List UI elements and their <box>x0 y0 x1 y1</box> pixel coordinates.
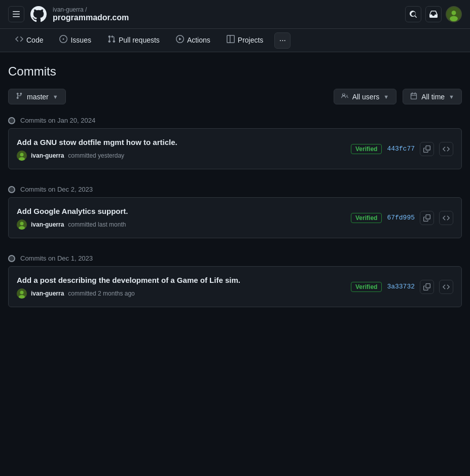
date-header: Commits on Dec 2, 2023 <box>8 181 462 197</box>
users-icon <box>341 92 348 101</box>
branch-icon <box>16 92 23 101</box>
repo-name[interactable]: programmador.com <box>53 13 399 22</box>
branch-chevron: ▼ <box>53 94 58 100</box>
browse-files-button[interactable] <box>439 211 453 225</box>
search-button[interactable] <box>405 6 421 22</box>
tab-pullrequests-label: Pull requests <box>119 36 160 44</box>
svg-point-4 <box>20 153 24 157</box>
copy-hash-button[interactable] <box>420 142 434 156</box>
commit-time: committed last month <box>68 221 126 228</box>
repo-nav: Code Issues Pull requests Actions <box>0 29 470 52</box>
tab-code[interactable]: Code <box>8 29 50 52</box>
commit-avatar <box>17 219 27 230</box>
section-gap <box>8 238 462 250</box>
time-filter[interactable]: All time ▼ <box>403 89 462 104</box>
date-dot <box>8 117 15 124</box>
commit-groups: Commits on Jan 20, 2024 Add a GNU stow d… <box>8 113 462 307</box>
projects-icon <box>227 35 235 45</box>
avatar[interactable] <box>446 6 462 22</box>
commit-author[interactable]: ivan-guerra <box>31 152 64 159</box>
repo-owner[interactable]: ivan-guerra / <box>53 6 399 13</box>
branch-label: master <box>27 93 49 101</box>
code-icon <box>15 35 23 45</box>
tab-projects[interactable]: Projects <box>220 29 271 52</box>
tab-code-label: Code <box>26 36 43 44</box>
commit-card: Add Google Analytics support. ivan-guerr… <box>8 197 462 238</box>
more-tabs-button[interactable]: ··· <box>274 32 291 49</box>
tab-actions-label: Actions <box>187 36 210 44</box>
commit-avatar <box>17 151 27 161</box>
tab-issues-label: Issues <box>70 36 91 44</box>
date-label: Commits on Jan 20, 2024 <box>20 117 95 124</box>
top-nav: ivan-guerra / programmador.com <box>0 0 470 29</box>
svg-point-2 <box>450 16 458 22</box>
commit-left: Add Google Analytics support. ivan-guerr… <box>17 206 345 230</box>
svg-point-7 <box>20 222 24 226</box>
section-gap <box>8 169 462 181</box>
commit-hash[interactable]: 3a33732 <box>387 283 415 290</box>
commit-card: Add a post describing the development of… <box>8 266 462 307</box>
commit-time: committed 2 months ago <box>68 290 134 297</box>
time-chevron: ▼ <box>449 94 454 100</box>
commit-hash[interactable]: 443fc77 <box>387 145 415 153</box>
commit-message[interactable]: Add Google Analytics support. <box>17 206 345 216</box>
users-chevron: ▼ <box>383 94 389 100</box>
tab-pullrequests[interactable]: Pull requests <box>100 29 167 52</box>
nav-right-icons <box>405 6 462 22</box>
users-filter[interactable]: All users ▼ <box>334 89 397 104</box>
page-title: Commits <box>8 64 462 79</box>
branch-selector[interactable]: master ▼ <box>8 89 66 104</box>
commit-left: Add a GNU stow dotfile mgmt how to artic… <box>17 137 345 161</box>
main-content: Commits master ▼ All users ▼ <box>0 52 470 319</box>
github-logo[interactable] <box>30 6 47 22</box>
browse-files-button[interactable] <box>439 280 453 294</box>
date-label: Commits on Dec 1, 2023 <box>20 254 93 262</box>
verified-badge: Verified <box>351 282 382 292</box>
filter-right: All users ▼ All time ▼ <box>334 89 462 104</box>
filter-bar: master ▼ All users ▼ All time <box>8 89 462 104</box>
commit-right: Verified 67fd995 <box>351 211 453 225</box>
users-label: All users <box>352 93 380 101</box>
commit-meta: ivan-guerra committed yesterday <box>17 151 345 161</box>
commit-time: committed yesterday <box>68 152 124 159</box>
repo-title: ivan-guerra / programmador.com <box>53 6 399 22</box>
inbox-button[interactable] <box>425 6 442 22</box>
commit-avatar <box>17 288 27 299</box>
commit-hash[interactable]: 67fd995 <box>387 214 415 222</box>
commit-card: Add a GNU stow dotfile mgmt how to artic… <box>8 128 462 169</box>
actions-icon <box>176 35 184 45</box>
verified-badge: Verified <box>351 144 382 154</box>
time-label: All time <box>421 93 445 101</box>
calendar-icon <box>410 92 417 101</box>
commit-meta: ivan-guerra committed last month <box>17 219 345 230</box>
copy-hash-button[interactable] <box>420 211 434 225</box>
more-icon: ··· <box>279 36 286 45</box>
commit-right: Verified 443fc77 <box>351 142 453 156</box>
hamburger-button[interactable] <box>8 6 24 22</box>
verified-badge: Verified <box>351 213 382 223</box>
svg-point-1 <box>452 11 456 15</box>
tab-actions[interactable]: Actions <box>169 29 218 52</box>
commit-left: Add a post describing the development of… <box>17 275 345 299</box>
copy-hash-button[interactable] <box>420 280 434 294</box>
commit-message[interactable]: Add a GNU stow dotfile mgmt how to artic… <box>17 137 345 148</box>
date-dot <box>8 186 15 193</box>
svg-point-10 <box>20 291 24 295</box>
issues-icon <box>59 35 67 45</box>
date-header: Commits on Jan 20, 2024 <box>8 113 462 128</box>
date-header: Commits on Dec 1, 2023 <box>8 250 462 266</box>
pullrequest-icon <box>107 35 116 45</box>
tab-projects-label: Projects <box>238 36 264 44</box>
commit-right: Verified 3a33732 <box>351 280 453 294</box>
commit-author[interactable]: ivan-guerra <box>31 290 64 297</box>
commit-message[interactable]: Add a post describing the development of… <box>17 275 345 285</box>
commit-author[interactable]: ivan-guerra <box>31 221 64 228</box>
browse-files-button[interactable] <box>439 142 453 156</box>
commit-meta: ivan-guerra committed 2 months ago <box>17 288 345 299</box>
tab-issues[interactable]: Issues <box>52 29 98 52</box>
date-label: Commits on Dec 2, 2023 <box>20 186 93 193</box>
date-dot <box>8 255 15 262</box>
